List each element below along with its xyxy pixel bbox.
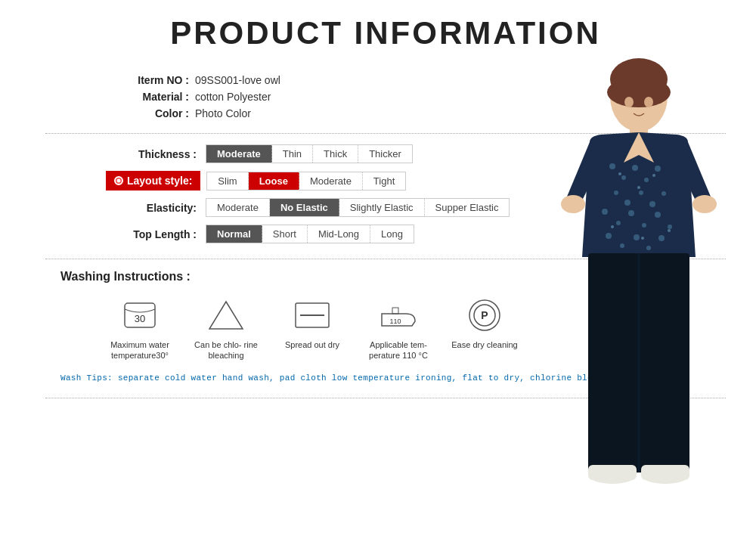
svg-point-32 (634, 234, 640, 240)
svg-point-16 (632, 165, 638, 171)
svg-point-29 (668, 225, 672, 229)
color-label: Color : (106, 107, 189, 119)
svg-point-21 (639, 191, 643, 195)
wash-bleach-item: Can be chlo- rine bleaching (192, 296, 260, 361)
material-value: cotton Polyester (195, 91, 271, 103)
svg-point-36 (637, 186, 640, 189)
svg-rect-48 (641, 465, 689, 480)
wash-dry-label: Ease dry cleaning (451, 339, 517, 350)
thickness-moderate[interactable]: Moderate (206, 145, 272, 163)
svg-point-50 (644, 97, 653, 107)
svg-point-27 (642, 223, 646, 228)
length-long[interactable]: Long (370, 225, 414, 243)
svg-rect-47 (588, 465, 637, 480)
layout-slim[interactable]: Slim (207, 172, 248, 190)
wash-temp-item: 30 Maximum water temperature30° (106, 296, 174, 361)
svg-point-15 (621, 175, 626, 180)
layout-radio-label: Layout style: (106, 171, 200, 191)
svg-point-34 (658, 235, 665, 241)
svg-point-20 (624, 200, 631, 206)
svg-point-23 (662, 191, 666, 196)
svg-point-31 (620, 243, 624, 248)
svg-point-33 (646, 246, 651, 250)
layout-moderate[interactable]: Moderate (299, 172, 363, 190)
length-short[interactable]: Short (262, 225, 308, 243)
elasticity-options: Moderate No Elastic Slightly Elastic Sup… (206, 198, 510, 217)
svg-text:30: 30 (135, 313, 145, 324)
svg-point-37 (652, 174, 655, 177)
wash-temp-icon: 30 (120, 296, 160, 335)
svg-point-28 (655, 212, 661, 218)
length-mid-long[interactable]: Mid-Long (308, 225, 370, 243)
wash-iron-item: 110 Applicable tem- perature 110 °C (364, 296, 432, 361)
thickness-thin[interactable]: Thin (272, 145, 313, 163)
item-no-value: 09SS001-love owl (195, 74, 280, 86)
item-no-label: Iterm NO : (106, 74, 189, 86)
wash-spread-icon (293, 296, 332, 335)
layout-options: Slim Loose Moderate Tight (206, 172, 406, 191)
elasticity-moderate[interactable]: Moderate (206, 199, 270, 216)
top-length-options: Normal Short Mid-Long Long (206, 225, 414, 243)
wash-spread-label: Spread out dry (285, 339, 339, 350)
svg-point-12 (607, 77, 671, 107)
svg-point-41 (561, 195, 585, 213)
top-length-label: Top Length : (106, 228, 197, 240)
length-normal[interactable]: Normal (206, 225, 262, 243)
svg-point-40 (668, 229, 671, 232)
color-value: Photo Color (195, 107, 251, 119)
svg-point-38 (611, 225, 614, 228)
svg-point-18 (655, 166, 661, 172)
svg-point-49 (624, 97, 634, 107)
wash-bleach-icon (206, 296, 246, 335)
svg-point-22 (649, 201, 655, 207)
svg-point-39 (641, 237, 644, 240)
svg-point-14 (609, 163, 615, 169)
svg-point-24 (602, 209, 608, 215)
thickness-options: Moderate Thin Thick Thicker (206, 144, 413, 163)
thickness-label: Thickness : (106, 148, 197, 160)
thickness-thicker[interactable]: Thicker (358, 145, 412, 163)
layout-tight[interactable]: Tight (363, 172, 405, 190)
wash-dry-icon: P (465, 296, 504, 335)
wash-spread-item: Spread out dry (278, 296, 346, 350)
radio-icon (114, 176, 123, 185)
wash-iron-label: Applicable tem- perature 110 °C (364, 339, 432, 361)
wash-bleach-label: Can be chlo- rine bleaching (192, 339, 260, 361)
svg-rect-5 (392, 308, 398, 314)
material-label: Material : (106, 91, 189, 103)
product-info-page: PRODUCT INFORMATION Iterm NO : 09SS001-l… (0, 0, 756, 536)
svg-point-19 (614, 191, 618, 195)
wash-dry-item: P Ease dry cleaning (451, 296, 519, 350)
svg-marker-2 (209, 302, 243, 329)
layout-style-text: Layout style: (127, 175, 192, 187)
svg-point-30 (606, 233, 612, 239)
elasticity-no-elastic[interactable]: No Elastic (270, 199, 339, 216)
wash-temp-label: Maximum water temperature30° (106, 339, 174, 361)
wash-iron-icon: 110 (379, 296, 418, 335)
layout-loose[interactable]: Loose (249, 172, 299, 190)
svg-point-35 (618, 172, 621, 175)
svg-text:P: P (481, 309, 488, 321)
elasticity-supper[interactable]: Supper Elastic (425, 199, 510, 216)
svg-point-42 (692, 195, 717, 213)
elasticity-slightly[interactable]: Slightly Elastic (339, 199, 425, 216)
elasticity-label: Elasticity: (106, 202, 197, 214)
svg-text:110: 110 (389, 318, 401, 325)
svg-point-17 (644, 178, 649, 182)
model-image (522, 45, 756, 514)
thickness-thick[interactable]: Thick (313, 145, 358, 163)
svg-point-25 (616, 221, 621, 225)
svg-point-26 (628, 210, 634, 216)
